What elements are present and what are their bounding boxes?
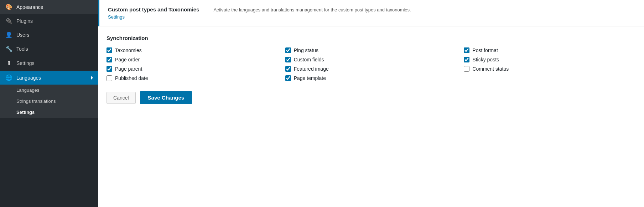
languages-arrow-icon bbox=[91, 76, 93, 80]
page-parent-checkbox[interactable] bbox=[107, 66, 112, 72]
sidebar: 🎨 Appearance 🔌 Plugins 👤 Users 🔧 Tools ⬆… bbox=[0, 0, 98, 207]
page-parent-label: Page parent bbox=[115, 66, 142, 72]
sync-title: Synchronization bbox=[107, 35, 635, 41]
taxonomies-label: Taxonomies bbox=[115, 47, 142, 53]
plugins-icon: 🔌 bbox=[5, 17, 13, 24]
taxonomies-checkbox[interactable] bbox=[107, 47, 112, 53]
sidebar-item-languages[interactable]: 🌐 Languages bbox=[0, 71, 98, 85]
post-format-row: Post format bbox=[464, 47, 635, 53]
comment-status-checkbox[interactable] bbox=[464, 66, 469, 72]
section-header-left: Custom post types and Taxonomies Setting… bbox=[108, 6, 199, 20]
taxonomies-row: Taxonomies bbox=[107, 47, 278, 53]
published-date-checkbox[interactable] bbox=[107, 75, 112, 81]
page-order-label: Page order bbox=[115, 57, 140, 62]
tools-icon: 🔧 bbox=[5, 45, 13, 52]
sticky-posts-checkbox[interactable] bbox=[464, 57, 469, 62]
section-description: Activate the languages and translations … bbox=[213, 6, 411, 14]
sidebar-item-strings-translations[interactable]: Strings translations bbox=[0, 96, 98, 107]
action-buttons: Cancel Save Changes bbox=[98, 91, 644, 114]
sticky-posts-row: Sticky posts bbox=[464, 57, 635, 62]
page-order-row: Page order bbox=[107, 57, 278, 62]
sidebar-item-settings-sub[interactable]: Settings bbox=[0, 107, 98, 118]
featured-image-checkbox[interactable] bbox=[285, 66, 291, 72]
settings-icon: ⬆ bbox=[5, 59, 13, 67]
languages-submenu: Languages Strings translations Settings bbox=[0, 85, 98, 118]
custom-fields-label: Custom fields bbox=[294, 57, 324, 62]
page-parent-row: Page parent bbox=[107, 66, 278, 72]
comment-status-row: Comment status bbox=[464, 66, 635, 72]
sidebar-item-languages-sub[interactable]: Languages bbox=[0, 85, 98, 96]
sidebar-item-users[interactable]: 👤 Users bbox=[0, 28, 98, 42]
ping-status-checkbox[interactable] bbox=[285, 47, 291, 53]
section-header: Custom post types and Taxonomies Setting… bbox=[98, 0, 644, 26]
comment-status-label: Comment status bbox=[472, 66, 509, 72]
featured-image-label: Featured image bbox=[294, 66, 329, 72]
custom-fields-row: Custom fields bbox=[285, 57, 457, 62]
sidebar-item-plugins[interactable]: 🔌 Plugins bbox=[0, 14, 98, 28]
page-template-checkbox[interactable] bbox=[285, 75, 291, 81]
custom-fields-checkbox[interactable] bbox=[285, 57, 291, 62]
section-title: Custom post types and Taxonomies bbox=[108, 6, 199, 12]
cancel-button[interactable]: Cancel bbox=[107, 92, 136, 104]
post-format-label: Post format bbox=[472, 47, 498, 53]
languages-icon: 🌐 bbox=[5, 74, 13, 81]
sidebar-item-tools[interactable]: 🔧 Tools bbox=[0, 42, 98, 56]
page-template-row: Page template bbox=[285, 75, 457, 81]
ping-status-row: Ping status bbox=[285, 47, 457, 53]
checkbox-grid: Taxonomies Ping status Post format Page … bbox=[107, 47, 635, 81]
sidebar-item-appearance[interactable]: 🎨 Appearance bbox=[0, 0, 98, 14]
users-icon: 👤 bbox=[5, 31, 13, 38]
sidebar-item-settings[interactable]: ⬆ Settings bbox=[0, 56, 98, 71]
appearance-icon: 🎨 bbox=[5, 4, 13, 10]
post-format-checkbox[interactable] bbox=[464, 47, 469, 53]
published-date-row: Published date bbox=[107, 75, 278, 81]
main-content: Custom post types and Taxonomies Setting… bbox=[98, 0, 644, 207]
settings-link[interactable]: Settings bbox=[108, 14, 125, 20]
featured-image-row: Featured image bbox=[285, 66, 457, 72]
sync-section: Synchronization Taxonomies Ping status P… bbox=[98, 26, 644, 81]
page-template-label: Page template bbox=[294, 75, 326, 81]
save-button[interactable]: Save Changes bbox=[140, 91, 192, 104]
published-date-label: Published date bbox=[115, 75, 148, 81]
sticky-posts-label: Sticky posts bbox=[472, 57, 499, 62]
page-order-checkbox[interactable] bbox=[107, 57, 112, 62]
ping-status-label: Ping status bbox=[294, 47, 318, 53]
